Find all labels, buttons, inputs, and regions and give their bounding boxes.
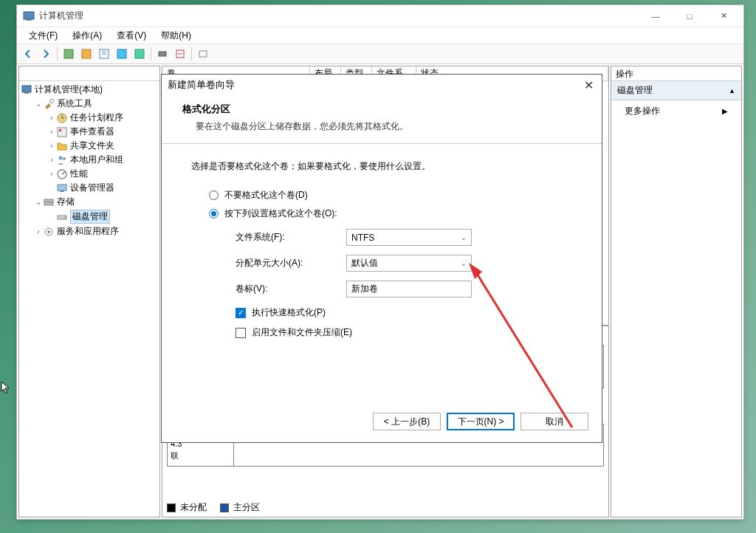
volume-label: 卷标(V): [236, 283, 346, 295]
performance-icon [56, 168, 68, 180]
svg-rect-19 [58, 128, 66, 137]
next-button[interactable]: 下一页(N) > [447, 413, 515, 430]
radio-format[interactable]: 按下列设置格式化这个卷(O): [209, 207, 572, 220]
cursor-icon [0, 380, 12, 395]
toolbar-button-3[interactable] [61, 46, 77, 62]
expand-icon[interactable]: › [47, 128, 56, 136]
menu-file[interactable]: 文件(F) [21, 28, 65, 44]
menubar: 文件(F) 操作(A) 查看(V) 帮助(H) [17, 27, 743, 44]
wizard-dialog: 新建简单卷向导 ✕ 格式化分区 要在这个磁盘分区上储存数据，您必须先将其格式化。… [161, 74, 602, 443]
chevron-right-icon: ▶ [722, 107, 728, 115]
expand-icon[interactable]: › [47, 114, 56, 122]
toolbar-button-9[interactable] [172, 46, 188, 62]
svg-rect-7 [117, 49, 126, 58]
collapse-icon[interactable]: ⌄ [34, 100, 43, 108]
menu-view[interactable]: 查看(V) [109, 28, 154, 44]
tree-system-tools[interactable]: ⌄ 系统工具 [34, 97, 158, 111]
svg-rect-14 [24, 92, 29, 94]
device-icon [56, 182, 68, 194]
event-icon [56, 126, 68, 138]
swatch-unallocated [167, 503, 176, 512]
legend-unallocated: 未分配 [180, 501, 207, 514]
services-icon [43, 226, 55, 238]
computer-icon [21, 84, 32, 96]
legend-primary: 主分区 [233, 501, 260, 514]
collapse-icon[interactable]: ⌄ [34, 198, 43, 206]
toolbar-button-6[interactable] [114, 46, 130, 62]
checkbox-icon [236, 328, 246, 338]
back-button[interactable] [20, 46, 36, 62]
toolbar-button-7[interactable] [131, 46, 148, 62]
users-icon [56, 154, 68, 166]
menu-action[interactable]: 操作(A) [65, 28, 109, 44]
svg-rect-28 [44, 202, 53, 205]
chevron-down-icon: ⌄ [461, 234, 467, 241]
toolbar-button-5[interactable] [96, 46, 112, 62]
svg-point-21 [59, 156, 63, 159]
toolbar [17, 44, 743, 64]
svg-line-24 [62, 172, 65, 174]
close-button[interactable]: ✕ [707, 6, 740, 27]
legend: 未分配 主分区 [167, 501, 260, 514]
menu-help[interactable]: 帮助(H) [154, 28, 199, 44]
allocation-label: 分配单元大小(A): [236, 257, 346, 269]
radio-no-format[interactable]: 不要格式化这个卷(D) [209, 189, 572, 202]
svg-rect-2 [64, 49, 73, 58]
volume-input[interactable] [346, 281, 472, 298]
radio-icon [209, 190, 219, 200]
tools-icon [43, 98, 55, 110]
actions-more[interactable]: 更多操作 ▶ [611, 100, 741, 122]
toolbar-button-10[interactable] [195, 46, 211, 62]
wizard-close-button[interactable]: ✕ [581, 78, 596, 92]
tree-shared-folders[interactable]: › 共享文件夹 [47, 139, 158, 153]
tree-root[interactable]: 计算机管理(本地) [21, 83, 158, 97]
chevron-down-icon: ⌄ [461, 260, 467, 267]
svg-rect-12 [199, 51, 207, 57]
toolbar-button-8[interactable] [154, 46, 171, 62]
expand-icon[interactable]: › [47, 156, 56, 164]
toolbar-button-4[interactable] [78, 46, 94, 62]
tree-device-manager[interactable]: › 设备管理器 [47, 181, 158, 195]
wizard-subheading: 要在这个磁盘分区上储存数据，您必须先将其格式化。 [182, 120, 581, 133]
svg-rect-1 [26, 19, 32, 21]
tree-local-users[interactable]: › 本地用户和组 [47, 153, 158, 167]
cancel-button[interactable]: 取消 [520, 413, 588, 430]
allocation-select[interactable]: 默认值 ⌄ [346, 255, 472, 272]
collapse-icon: ▲ [729, 87, 735, 94]
tree-task-scheduler[interactable]: › 任务计划程序 [47, 111, 158, 125]
tree-disk-management[interactable]: › 磁盘管理 [47, 209, 158, 224]
tree-event-viewer[interactable]: › 事件查看器 [47, 125, 158, 139]
swatch-primary [220, 503, 229, 512]
svg-rect-9 [159, 52, 166, 56]
folder-icon [56, 140, 68, 152]
tree-storage[interactable]: ⌄ 存储 [34, 195, 158, 209]
wizard-instruction: 选择是否要格式化这个卷；如果要格式化，要使用什么设置。 [191, 160, 572, 173]
actions-panel: 操作 磁盘管理 ▲ 更多操作 ▶ [611, 66, 742, 517]
checkbox-quick-format[interactable]: ✓ 执行快速格式化(P) [236, 306, 572, 319]
storage-icon [43, 196, 55, 208]
filesystem-select[interactable]: NTFS ⌄ [346, 229, 472, 246]
back-button[interactable]: < 上一步(B) [373, 413, 441, 430]
svg-point-30 [64, 216, 66, 218]
minimize-button[interactable]: — [639, 6, 673, 27]
checkbox-compression[interactable]: 启用文件和文件夹压缩(E) [236, 326, 572, 339]
maximize-button[interactable]: □ [673, 6, 707, 27]
tree-panel: 计算机管理(本地) ⌄ 系统工具 › 任务计划程序 [18, 66, 160, 517]
radio-icon-checked [209, 209, 219, 219]
actions-group[interactable]: 磁盘管理 ▲ [611, 81, 741, 100]
svg-point-32 [47, 230, 50, 233]
wizard-title: 新建简单卷向导 [168, 78, 235, 92]
expand-icon[interactable]: › [34, 227, 43, 235]
svg-rect-25 [58, 185, 66, 190]
svg-rect-3 [82, 49, 91, 58]
forward-button[interactable] [38, 46, 54, 62]
svg-point-22 [63, 157, 66, 160]
svg-rect-0 [24, 12, 34, 19]
tree-services-apps[interactable]: › 服务和应用程序 [34, 224, 158, 238]
tree-performance[interactable]: › 性能 [47, 167, 158, 181]
svg-rect-20 [59, 129, 61, 131]
svg-point-15 [50, 99, 54, 103]
expand-icon[interactable]: › [47, 170, 56, 178]
expand-icon[interactable]: › [47, 142, 56, 150]
checkbox-icon-checked: ✓ [236, 308, 246, 318]
